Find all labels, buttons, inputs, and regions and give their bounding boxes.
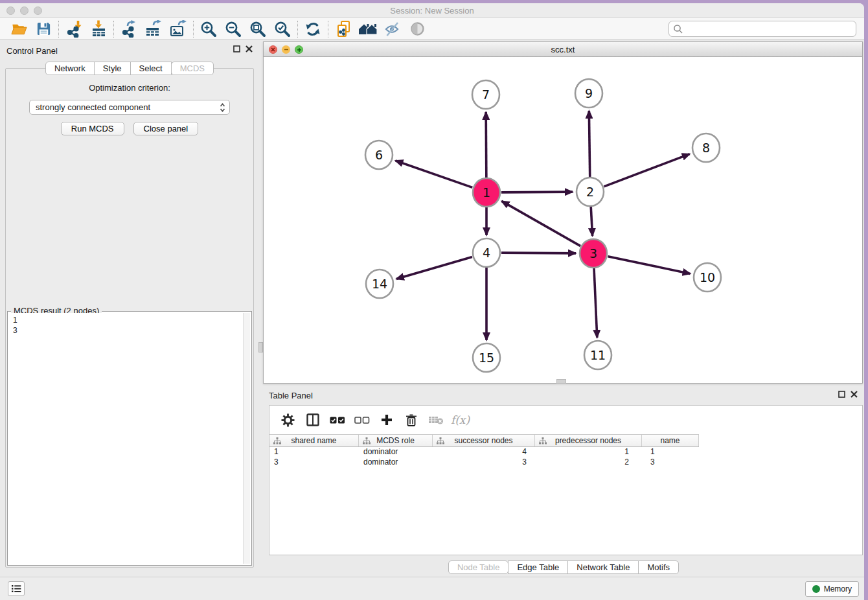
tab-edge-table[interactable]: Edge Table: [508, 560, 568, 574]
import-table-button[interactable]: [86, 19, 111, 39]
result-scrollbar[interactable]: [243, 313, 250, 564]
show-all-button[interactable]: [405, 19, 429, 39]
function-builder-button[interactable]: f(x): [451, 410, 470, 430]
zoom-fit-button[interactable]: [246, 19, 270, 39]
edge-1-7[interactable]: [486, 112, 486, 178]
table-cell[interactable]: dominator: [359, 457, 433, 468]
zoom-in-button[interactable]: [196, 19, 221, 39]
tab-select[interactable]: Select: [130, 62, 172, 75]
table-cell[interactable]: 3: [642, 457, 699, 468]
search-input[interactable]: [686, 23, 856, 36]
criterion-dropdown[interactable]: strongly connected component: [29, 100, 230, 115]
clone-network-button[interactable]: [331, 19, 356, 39]
table-row[interactable]: 1dominator411: [269, 447, 862, 457]
node-1[interactable]: 1: [473, 178, 500, 207]
column-header-successor-nodes[interactable]: successor nodes: [433, 435, 535, 446]
export-image-button[interactable]: [166, 19, 190, 39]
maximize-window-button[interactable]: [34, 6, 42, 15]
edge-3-1[interactable]: [501, 201, 580, 246]
edge-1-6[interactable]: [395, 161, 472, 188]
select-all-button[interactable]: [328, 410, 347, 430]
node-label: 7: [482, 87, 490, 102]
import-table-icon: [90, 20, 108, 38]
table-cell[interactable]: 3: [269, 457, 359, 468]
table-row[interactable]: 3dominator323: [269, 457, 862, 468]
node-2[interactable]: 2: [577, 178, 604, 206]
table-settings-button[interactable]: [279, 410, 297, 430]
zoom-selected-icon: [274, 21, 291, 38]
mcds-result-box: MCDS result (2 nodes) 1 3: [7, 311, 252, 566]
export-network-button[interactable]: [117, 19, 141, 39]
edge-2-3[interactable]: [591, 207, 592, 236]
network-canvas[interactable]: 1234678910111415: [264, 57, 862, 383]
delete-table-button[interactable]: [426, 410, 445, 430]
export-table-button[interactable]: [141, 19, 166, 39]
delete-row-button[interactable]: [402, 410, 420, 430]
edge-3-11[interactable]: [594, 268, 597, 338]
tab-network-table[interactable]: Network Table: [567, 560, 639, 574]
run-mcds-button[interactable]: Run MCDS: [61, 122, 124, 135]
zoom-out-button[interactable]: [221, 19, 246, 39]
gear-icon: [281, 413, 295, 427]
edge-4-14[interactable]: [396, 257, 472, 279]
import-network-button[interactable]: [62, 19, 86, 39]
edge-4-3[interactable]: [501, 253, 576, 253]
zoom-selected-button[interactable]: [270, 19, 295, 39]
network-graph[interactable]: 1234678910111415: [264, 57, 862, 383]
table-cell[interactable]: 4: [433, 447, 535, 457]
table-cell[interactable]: 1: [269, 447, 359, 457]
node-15[interactable]: 15: [473, 343, 500, 372]
horizontal-splitter-handle[interactable]: [556, 379, 566, 384]
show-column-button[interactable]: [303, 410, 322, 430]
minimize-window-button[interactable]: [20, 6, 29, 15]
deselect-all-button[interactable]: [352, 410, 371, 430]
refresh-view-button[interactable]: [301, 19, 325, 39]
tab-mcds[interactable]: MCDS: [171, 62, 214, 75]
node-9[interactable]: 9: [575, 79, 602, 108]
hide-selected-button[interactable]: [380, 19, 405, 39]
table-cell[interactable]: 1: [535, 447, 642, 457]
mcds-result-text[interactable]: 1 3: [9, 313, 250, 564]
close-window-button[interactable]: [6, 6, 15, 15]
tab-node-table[interactable]: Node Table: [448, 560, 509, 574]
node-8[interactable]: 8: [692, 133, 720, 162]
node-6[interactable]: 6: [365, 141, 393, 169]
node-3[interactable]: 3: [580, 239, 607, 268]
task-history-button[interactable]: [8, 581, 25, 596]
table-cell[interactable]: 2: [535, 457, 642, 468]
node-10[interactable]: 10: [694, 263, 721, 292]
node-11[interactable]: 11: [584, 341, 611, 369]
memory-button[interactable]: Memory: [805, 581, 859, 597]
table-cell[interactable]: 3: [433, 457, 535, 468]
close-panel-icon[interactable]: [851, 391, 858, 398]
first-neighbors-button[interactable]: [356, 19, 380, 39]
node-14[interactable]: 14: [366, 270, 393, 298]
close-panel-button[interactable]: Close panel: [133, 122, 199, 135]
tab-style[interactable]: Style: [94, 62, 131, 75]
column-header-predecessor-nodes[interactable]: predecessor nodes: [535, 435, 642, 446]
edge-2-8[interactable]: [604, 154, 690, 187]
tab-motifs[interactable]: Motifs: [638, 560, 679, 574]
float-panel-icon[interactable]: [233, 45, 240, 52]
network-maximize-button[interactable]: [295, 45, 303, 54]
edge-3-10[interactable]: [608, 257, 691, 274]
table-cell[interactable]: dominator: [359, 447, 433, 457]
search-field[interactable]: [668, 21, 856, 37]
close-panel-icon[interactable]: [246, 45, 253, 52]
vertical-splitter-handle[interactable]: [258, 342, 263, 352]
node-7[interactable]: 7: [472, 80, 499, 109]
save-session-button[interactable]: [31, 19, 56, 39]
column-header-shared-name[interactable]: shared name: [269, 435, 359, 446]
add-row-button[interactable]: [377, 410, 396, 430]
column-header-mcds-role[interactable]: MCDS role: [359, 435, 433, 446]
edge-1-2[interactable]: [501, 192, 573, 192]
tab-network[interactable]: Network: [45, 62, 95, 75]
column-header-name[interactable]: name: [642, 435, 699, 446]
table-cell[interactable]: 1: [642, 447, 699, 457]
edge-2-9[interactable]: [589, 111, 589, 177]
float-panel-icon[interactable]: [838, 391, 845, 398]
network-close-button[interactable]: [269, 45, 277, 54]
node-4[interactable]: 4: [473, 238, 500, 267]
network-minimize-button[interactable]: [282, 45, 290, 54]
open-session-button[interactable]: [6, 19, 31, 39]
